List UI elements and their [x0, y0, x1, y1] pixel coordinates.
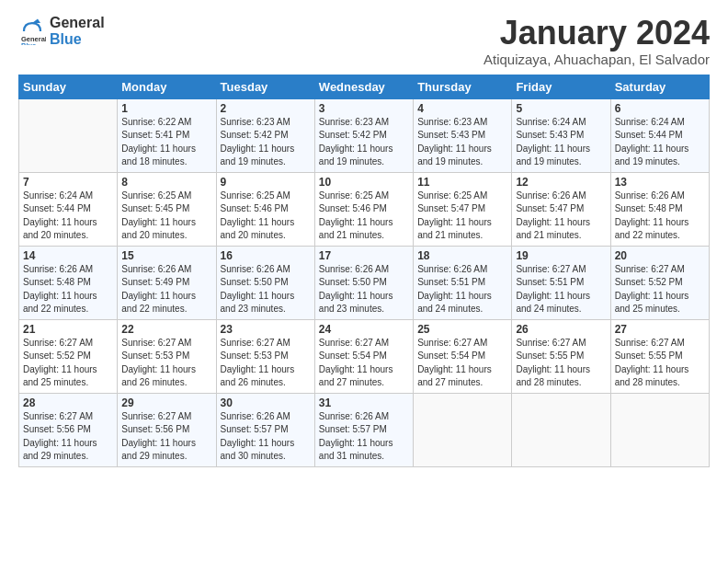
day-cell: 30Sunrise: 6:26 AMSunset: 5:57 PMDayligh… [216, 393, 314, 466]
day-info: Sunrise: 6:27 AMSunset: 5:56 PMDaylight:… [121, 410, 211, 464]
day-info: Sunrise: 6:27 AMSunset: 5:56 PMDaylight:… [23, 410, 113, 464]
week-row-3: 14Sunrise: 6:26 AMSunset: 5:48 PMDayligh… [19, 246, 710, 319]
day-info: Sunrise: 6:24 AMSunset: 5:44 PMDaylight:… [615, 116, 705, 169]
day-info: Sunrise: 6:24 AMSunset: 5:43 PMDaylight:… [516, 116, 606, 169]
day-cell: 24Sunrise: 6:27 AMSunset: 5:54 PMDayligh… [314, 319, 413, 393]
day-cell: 21Sunrise: 6:27 AMSunset: 5:52 PMDayligh… [19, 319, 118, 393]
day-cell [414, 393, 512, 466]
day-number: 30 [221, 396, 311, 409]
location-subtitle: Atiquizaya, Ahuachapan, El Salvador [483, 52, 710, 67]
day-info: Sunrise: 6:27 AMSunset: 5:52 PMDaylight:… [23, 337, 113, 390]
day-cell: 26Sunrise: 6:27 AMSunset: 5:55 PMDayligh… [512, 319, 610, 393]
day-cell: 17Sunrise: 6:26 AMSunset: 5:50 PMDayligh… [314, 246, 413, 319]
day-cell: 31Sunrise: 6:26 AMSunset: 5:57 PMDayligh… [314, 393, 413, 466]
day-info: Sunrise: 6:26 AMSunset: 5:49 PMDaylight:… [121, 263, 211, 316]
day-cell: 23Sunrise: 6:27 AMSunset: 5:53 PMDayligh… [216, 319, 314, 393]
day-number: 13 [615, 176, 705, 189]
day-info: Sunrise: 6:27 AMSunset: 5:52 PMDaylight:… [615, 263, 705, 316]
day-number: 29 [121, 396, 211, 409]
day-cell: 6Sunrise: 6:24 AMSunset: 5:44 PMDaylight… [610, 98, 709, 172]
logo-icon: General Blue [18, 17, 46, 45]
day-cell: 18Sunrise: 6:26 AMSunset: 5:51 PMDayligh… [414, 246, 512, 319]
logo: General Blue General Blue [18, 15, 105, 47]
day-cell [512, 393, 610, 466]
day-number: 4 [417, 102, 507, 115]
day-info: Sunrise: 6:26 AMSunset: 5:57 PMDaylight:… [221, 410, 311, 464]
day-number: 28 [23, 396, 113, 409]
day-info: Sunrise: 6:26 AMSunset: 5:51 PMDaylight:… [417, 263, 507, 316]
day-number: 9 [221, 176, 311, 189]
day-number: 12 [516, 176, 606, 189]
day-info: Sunrise: 6:27 AMSunset: 5:55 PMDaylight:… [516, 337, 606, 390]
day-info: Sunrise: 6:26 AMSunset: 5:50 PMDaylight:… [221, 263, 311, 316]
day-cell: 28Sunrise: 6:27 AMSunset: 5:56 PMDayligh… [19, 393, 118, 466]
day-info: Sunrise: 6:23 AMSunset: 5:42 PMDaylight:… [221, 116, 311, 169]
day-info: Sunrise: 6:25 AMSunset: 5:46 PMDaylight:… [319, 190, 409, 243]
day-info: Sunrise: 6:26 AMSunset: 5:50 PMDaylight:… [319, 263, 409, 316]
day-number: 11 [417, 176, 507, 189]
logo-general-text: General [50, 15, 105, 31]
day-number: 23 [221, 323, 311, 336]
day-cell: 27Sunrise: 6:27 AMSunset: 5:55 PMDayligh… [610, 319, 709, 393]
page: General Blue General Blue January 2024 A… [0, 0, 728, 563]
weekday-header-tuesday: Tuesday [216, 75, 314, 98]
week-row-2: 7Sunrise: 6:24 AMSunset: 5:44 PMDaylight… [19, 172, 710, 246]
calendar-table: SundayMondayTuesdayWednesdayThursdayFrid… [18, 75, 710, 467]
day-number: 5 [516, 102, 606, 115]
day-info: Sunrise: 6:25 AMSunset: 5:47 PMDaylight:… [417, 190, 507, 243]
day-info: Sunrise: 6:23 AMSunset: 5:42 PMDaylight:… [319, 116, 409, 169]
day-number: 24 [319, 323, 409, 336]
day-cell: 12Sunrise: 6:26 AMSunset: 5:47 PMDayligh… [512, 172, 610, 246]
day-cell: 9Sunrise: 6:25 AMSunset: 5:46 PMDaylight… [216, 172, 314, 246]
weekday-header-thursday: Thursday [414, 75, 512, 98]
day-cell: 10Sunrise: 6:25 AMSunset: 5:46 PMDayligh… [314, 172, 413, 246]
day-info: Sunrise: 6:23 AMSunset: 5:43 PMDaylight:… [417, 116, 507, 169]
day-number: 19 [516, 249, 606, 262]
day-number: 3 [319, 102, 409, 115]
day-info: Sunrise: 6:26 AMSunset: 5:48 PMDaylight:… [23, 263, 113, 316]
day-number: 26 [516, 323, 606, 336]
day-cell: 14Sunrise: 6:26 AMSunset: 5:48 PMDayligh… [19, 246, 118, 319]
day-cell: 19Sunrise: 6:27 AMSunset: 5:51 PMDayligh… [512, 246, 610, 319]
day-cell [19, 98, 118, 172]
logo-blue-text: Blue [50, 31, 105, 48]
day-cell: 11Sunrise: 6:25 AMSunset: 5:47 PMDayligh… [414, 172, 512, 246]
day-cell: 16Sunrise: 6:26 AMSunset: 5:50 PMDayligh… [216, 246, 314, 319]
day-info: Sunrise: 6:27 AMSunset: 5:51 PMDaylight:… [516, 263, 606, 316]
weekday-header-monday: Monday [118, 75, 216, 98]
day-number: 14 [23, 249, 113, 262]
svg-text:Blue: Blue [21, 41, 36, 45]
day-number: 20 [615, 249, 705, 262]
week-row-1: 1Sunrise: 6:22 AMSunset: 5:41 PMDaylight… [19, 98, 710, 172]
day-cell: 3Sunrise: 6:23 AMSunset: 5:42 PMDaylight… [314, 98, 413, 172]
day-number: 15 [121, 249, 211, 262]
day-number: 27 [615, 323, 705, 336]
weekday-header-friday: Friday [512, 75, 610, 98]
day-cell: 8Sunrise: 6:25 AMSunset: 5:45 PMDaylight… [118, 172, 216, 246]
day-info: Sunrise: 6:27 AMSunset: 5:54 PMDaylight:… [417, 337, 507, 390]
day-info: Sunrise: 6:25 AMSunset: 5:45 PMDaylight:… [121, 190, 211, 243]
day-cell: 15Sunrise: 6:26 AMSunset: 5:49 PMDayligh… [118, 246, 216, 319]
day-number: 2 [221, 102, 311, 115]
day-info: Sunrise: 6:26 AMSunset: 5:57 PMDaylight:… [319, 410, 409, 464]
day-info: Sunrise: 6:25 AMSunset: 5:46 PMDaylight:… [221, 190, 311, 243]
day-cell: 7Sunrise: 6:24 AMSunset: 5:44 PMDaylight… [19, 172, 118, 246]
day-cell [610, 393, 709, 466]
day-number: 1 [121, 102, 211, 115]
day-number: 22 [121, 323, 211, 336]
day-number: 10 [319, 176, 409, 189]
weekday-header-wednesday: Wednesday [314, 75, 413, 98]
day-cell: 29Sunrise: 6:27 AMSunset: 5:56 PMDayligh… [118, 393, 216, 466]
day-info: Sunrise: 6:24 AMSunset: 5:44 PMDaylight:… [23, 190, 113, 243]
day-cell: 2Sunrise: 6:23 AMSunset: 5:42 PMDaylight… [216, 98, 314, 172]
title-section: January 2024 Atiquizaya, Ahuachapan, El … [483, 15, 710, 67]
day-cell: 1Sunrise: 6:22 AMSunset: 5:41 PMDaylight… [118, 98, 216, 172]
day-cell: 25Sunrise: 6:27 AMSunset: 5:54 PMDayligh… [414, 319, 512, 393]
day-cell: 20Sunrise: 6:27 AMSunset: 5:52 PMDayligh… [610, 246, 709, 319]
weekday-header-row: SundayMondayTuesdayWednesdayThursdayFrid… [19, 75, 710, 98]
day-number: 18 [417, 249, 507, 262]
header: General Blue General Blue January 2024 A… [18, 15, 710, 67]
day-cell: 13Sunrise: 6:26 AMSunset: 5:48 PMDayligh… [610, 172, 709, 246]
weekday-header-saturday: Saturday [610, 75, 709, 98]
day-cell: 5Sunrise: 6:24 AMSunset: 5:43 PMDaylight… [512, 98, 610, 172]
